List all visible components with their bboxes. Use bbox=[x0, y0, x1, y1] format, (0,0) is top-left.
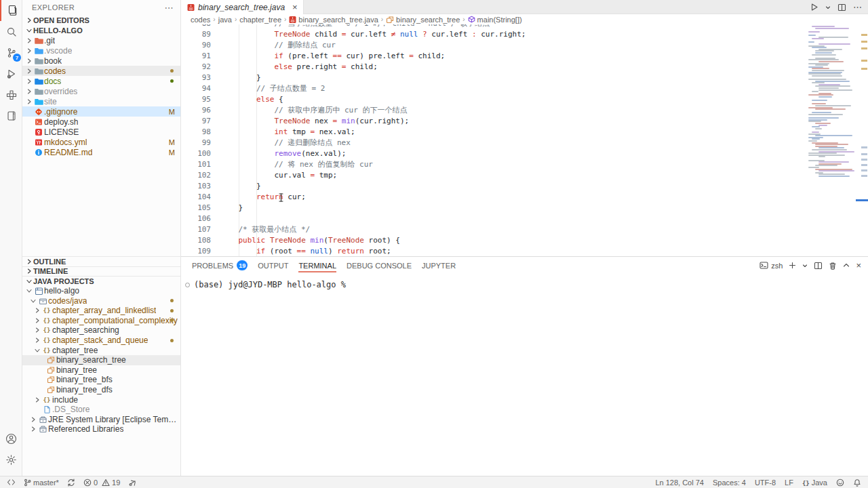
tree-item-codes[interactable]: codes bbox=[22, 66, 180, 76]
split-terminal-button[interactable] bbox=[814, 262, 823, 270]
tab-binary-search-tree[interactable]: binary_search_tree.java × bbox=[181, 0, 304, 14]
line-number[interactable]: 92 bbox=[181, 62, 211, 73]
activity-bar-item-source-control[interactable]: 7 bbox=[0, 42, 22, 63]
tree-item-site[interactable]: site bbox=[22, 96, 180, 106]
status-eol[interactable]: LF bbox=[785, 479, 793, 487]
line-number[interactable]: 107 bbox=[181, 224, 211, 235]
breadcrumb-item-1[interactable]: java bbox=[218, 16, 232, 24]
tree-item-jre-system-library-eclipse-temurin-17-17-[interactable]: JRE System Library [Eclipse Temurin 17 [… bbox=[22, 415, 180, 425]
tree-item-deploy-sh[interactable]: deploy.sh bbox=[22, 117, 180, 127]
status-errors[interactable]: 0 bbox=[83, 479, 98, 487]
terminal-view[interactable]: (base) jyd@JYD-MBP hello-algo % bbox=[184, 280, 868, 476]
breadcrumb-item-2[interactable]: chapter_tree bbox=[239, 16, 281, 24]
tree-item-chapter-stack-and-queue[interactable]: {}chapter_stack_and_queue bbox=[22, 336, 180, 346]
close-icon[interactable]: × bbox=[292, 2, 298, 12]
panel-tab-problems[interactable]: PROBLEMS19 bbox=[192, 257, 248, 274]
sidebar-more-actions-icon[interactable]: ⋯ bbox=[165, 3, 174, 13]
status-notifications[interactable] bbox=[853, 479, 861, 487]
maximize-panel-button[interactable] bbox=[843, 262, 850, 268]
line-number[interactable]: 105 bbox=[181, 203, 211, 214]
status-git-branch[interactable]: master* bbox=[24, 479, 59, 487]
status-sync[interactable] bbox=[67, 479, 75, 487]
run-button[interactable] bbox=[810, 3, 818, 12]
tree-item-overrides[interactable]: overrides bbox=[22, 86, 180, 96]
status-indentation[interactable]: Spaces: 4 bbox=[713, 479, 746, 487]
line-number[interactable]: 106 bbox=[181, 214, 211, 224]
section-header-timeline[interactable]: TIMELINE bbox=[22, 266, 180, 277]
panel-tab-jupyter[interactable]: JUPYTER bbox=[422, 257, 456, 274]
tree-item-readme-md[interactable]: README.mdM bbox=[22, 147, 180, 157]
tree-item--ds-store[interactable]: .DS_Store bbox=[22, 405, 180, 415]
line-number[interactable]: 90 bbox=[181, 40, 211, 51]
tree-item-chapter-array-and-linkedlist[interactable]: {}chapter_array_and_linkedlist bbox=[22, 306, 180, 316]
line-number[interactable]: 109 bbox=[181, 246, 211, 256]
minimap[interactable] bbox=[807, 24, 859, 256]
activity-bar-item-notebook[interactable] bbox=[0, 105, 22, 126]
tree-item-binary-tree[interactable]: binary_tree bbox=[22, 365, 180, 375]
more-actions-icon[interactable]: ⋯ bbox=[853, 2, 863, 12]
tree-item-chapter-tree[interactable]: {}chapter_tree bbox=[22, 345, 180, 355]
line-number[interactable]: 103 bbox=[181, 181, 211, 192]
line-number[interactable]: 95 bbox=[181, 94, 211, 105]
status-feedback[interactable] bbox=[836, 479, 844, 487]
status-encoding[interactable]: UTF-8 bbox=[755, 479, 776, 487]
tree-item-include[interactable]: {}include bbox=[22, 394, 180, 405]
tree-item-chapter-searching[interactable]: {}chapter_searching bbox=[22, 325, 180, 336]
line-number[interactable]: 93 bbox=[181, 73, 211, 83]
open-editors-header[interactable]: OPEN EDITORS bbox=[22, 15, 180, 25]
status-language-mode[interactable]: {}Java bbox=[802, 479, 827, 487]
status-warnings[interactable]: 19 bbox=[102, 479, 120, 487]
line-number[interactable]: 96 bbox=[181, 105, 211, 116]
panel-tab-terminal[interactable]: TERMINAL bbox=[298, 257, 336, 274]
line-number[interactable]: 104 bbox=[181, 192, 211, 203]
tree-item-book[interactable]: book bbox=[22, 56, 180, 66]
line-number[interactable]: 91 bbox=[181, 51, 211, 62]
line-number[interactable]: 88 bbox=[181, 24, 211, 29]
tree-item--vscode[interactable]: .vscode bbox=[22, 45, 180, 56]
panel-tab-output[interactable]: OUTPUT bbox=[258, 257, 288, 274]
tree-item-binary-tree-dfs[interactable]: binary_tree_dfs bbox=[22, 385, 180, 395]
status-remote[interactable] bbox=[7, 479, 16, 486]
line-number[interactable]: 89 bbox=[181, 29, 211, 40]
tree-item--gitignore[interactable]: .gitignoreM bbox=[22, 106, 180, 117]
tree-item-mkdocs-yml[interactable]: mkdocs.ymlM bbox=[22, 137, 180, 147]
status-launch[interactable] bbox=[128, 479, 136, 487]
tree-item-license[interactable]: LICENSE bbox=[22, 127, 180, 137]
line-number[interactable]: 100 bbox=[181, 148, 211, 159]
breadcrumb-item-4[interactable]: binary_search_tree bbox=[386, 16, 460, 24]
section-header-outline[interactable]: OUTLINE bbox=[22, 256, 180, 266]
kill-terminal-button[interactable] bbox=[829, 262, 837, 270]
new-terminal-button[interactable] bbox=[789, 262, 796, 269]
breadcrumb-item-3[interactable]: binary_search_tree.java bbox=[289, 16, 378, 24]
status-cursor-position[interactable]: Ln 128, Col 74 bbox=[655, 479, 704, 487]
panel-tab-debug-console[interactable]: DEBUG CONSOLE bbox=[347, 257, 412, 274]
tree-item-docs[interactable]: docs bbox=[22, 76, 180, 86]
tree-item--git[interactable]: .git bbox=[22, 35, 180, 45]
tree-item-chapter-computational-complexity[interactable]: {}chapter_computational_complexity bbox=[22, 316, 180, 326]
tree-item-referenced-libraries[interactable]: Referenced Libraries bbox=[22, 424, 180, 434]
line-number[interactable]: 97 bbox=[181, 116, 211, 127]
split-editor-button[interactable] bbox=[837, 3, 846, 12]
close-panel-button[interactable]: × bbox=[856, 260, 861, 270]
activity-bar-item-run-debug[interactable] bbox=[0, 63, 22, 84]
command-decoration-icon[interactable] bbox=[185, 283, 190, 287]
line-number[interactable]: 94 bbox=[181, 83, 211, 94]
shell-selector[interactable]: zsh bbox=[760, 262, 783, 270]
tree-item-hello-algo[interactable]: hello-algo bbox=[22, 286, 180, 296]
activity-bar-item-extensions[interactable] bbox=[0, 84, 22, 105]
activity-bar-item-search[interactable] bbox=[0, 21, 22, 42]
tree-item-codes-java[interactable]: codes/java bbox=[22, 296, 180, 306]
line-number[interactable]: 102 bbox=[181, 170, 211, 181]
activity-bar-item-explorer[interactable] bbox=[0, 0, 22, 21]
breadcrumb-item-0[interactable]: codes bbox=[191, 16, 210, 24]
activity-bar-item-settings[interactable] bbox=[0, 449, 22, 470]
terminal-dropdown-icon[interactable] bbox=[802, 263, 808, 268]
code-editor[interactable]: 88 // 当子结点数量 = 0 / 1 时， child = null / 该… bbox=[181, 24, 804, 256]
section-header-java-projects[interactable]: JAVA PROJECTS bbox=[22, 276, 180, 286]
tree-item-binary-search-tree[interactable]: binary_search_tree bbox=[22, 355, 180, 365]
line-number[interactable]: 98 bbox=[181, 127, 211, 138]
tree-item-binary-tree-bfs[interactable]: binary_tree_bfs bbox=[22, 375, 180, 385]
run-dropdown-icon[interactable] bbox=[825, 5, 831, 10]
project-root-header[interactable]: HELLO-ALGO bbox=[22, 25, 180, 35]
line-number[interactable]: 101 bbox=[181, 159, 211, 170]
